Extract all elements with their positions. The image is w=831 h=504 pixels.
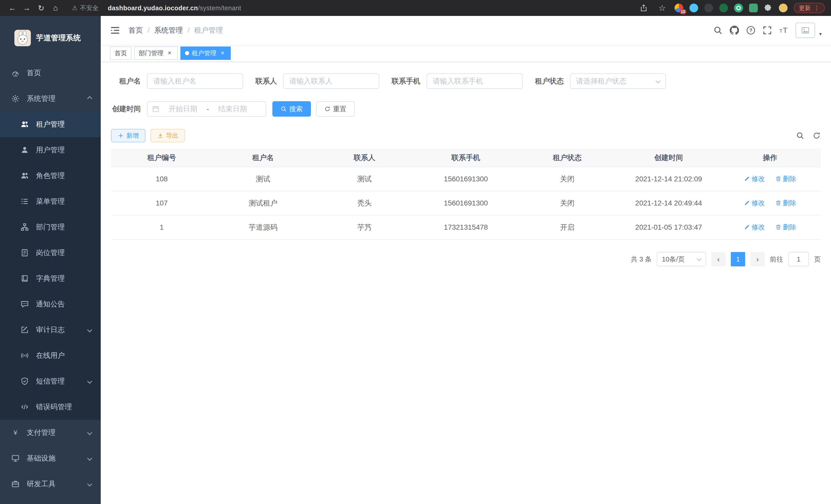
bookmark-star-button[interactable]: ☆ [656,2,668,14]
sidebar-item-dept[interactable]: 部门管理 [0,214,101,240]
font-size-icon[interactable] [779,26,789,35]
user-icon [21,146,29,154]
tenant-status-select[interactable]: 请选择租户状态 [570,73,666,89]
pencil-icon [744,176,750,182]
sidebar-item-label: 首页 [27,68,41,78]
download-icon [157,132,164,139]
close-icon[interactable]: × [166,50,173,57]
close-icon[interactable]: × [219,50,226,57]
sidebar-item-sms[interactable]: 短信管理 [0,368,101,394]
create-time-range-picker[interactable]: - [147,101,266,117]
help-icon[interactable] [746,26,755,35]
sidebar: 芋道管理系统 首页 系统管理 租户管理 用户管理 角色管理 菜单管理 [0,16,101,504]
extensions-puzzle-icon[interactable] [764,4,773,12]
sidebar-item-audit-log[interactable]: 审计日志 [0,317,101,343]
browser-update-button[interactable]: 更新 ⋮ [794,3,825,13]
sidebar-item-online-user[interactable]: 在线用户 [0,343,101,368]
extension-icon-6[interactable] [749,4,758,12]
page-size-select[interactable]: 10条/页 [657,252,706,266]
sidebar-item-user[interactable]: 用户管理 [0,137,101,163]
page-number-button[interactable]: 1 [731,252,745,266]
sidebar-item-dict[interactable]: 字典管理 [0,266,101,291]
extension-icon-5[interactable] [734,4,743,12]
header-search-icon[interactable] [713,26,722,35]
refresh-table-icon[interactable] [812,131,821,140]
reload-button[interactable]: ↻ [35,2,47,14]
sidebar-item-payment[interactable]: 支付管理 [0,420,101,445]
caret-down-icon[interactable]: ▾ [819,31,822,37]
add-button[interactable]: 新增 [111,129,145,142]
cell-phone: 15601691300 [415,167,517,191]
page-size-value: 10条/页 [662,255,685,264]
cell-created: 2021-01-05 17:03:47 [618,215,719,239]
share-button[interactable] [637,2,650,14]
edit-button[interactable]: 修改 [744,174,765,183]
end-date-input[interactable] [211,105,254,113]
export-button[interactable]: 导出 [150,129,185,142]
sidebar-item-role[interactable]: 角色管理 [0,163,101,188]
github-icon[interactable] [730,26,739,35]
search-button[interactable]: 搜索 [273,101,311,117]
column-header-id: 租户编号 [111,148,212,167]
breadcrumb-item-home[interactable]: 首页 [128,25,143,35]
back-button[interactable]: ← [6,2,19,14]
fullscreen-icon[interactable] [763,26,772,35]
edit-label: 修改 [752,223,765,232]
sidebar-item-infra[interactable]: 基础设施 [0,445,101,471]
sidebar-item-menu[interactable]: 菜单管理 [0,188,101,214]
sidebar-collapse-button[interactable] [110,25,120,35]
delete-label: 删除 [783,199,796,208]
sidebar-item-home[interactable]: 首页 [0,60,101,86]
tab-tenant[interactable]: 租户管理 × [180,47,231,60]
sidebar-item-system[interactable]: 系统管理 [0,86,101,112]
delete-button[interactable]: 删除 [775,199,796,208]
pencil-icon [744,224,750,230]
delete-button[interactable]: 删除 [775,223,796,232]
warning-icon: ⚠ [72,4,78,11]
prev-page-button[interactable]: ‹ [711,252,726,266]
address-bar[interactable]: dashboard.yudao.iocoder.cn/system/tenant [108,4,241,12]
column-header-phone: 联系手机 [415,148,517,167]
extension-icon-2[interactable] [689,4,698,12]
tab-label: 部门管理 [139,49,164,57]
app-logo-row[interactable]: 芋道管理系统 [0,16,101,60]
tenant-name-input[interactable] [147,73,243,89]
table-row: 108 测试 测试 15601691300 关闭 2021-12-14 21:0… [111,167,821,191]
profile-avatar-icon[interactable] [779,4,787,12]
cell-phone: 17321315478 [415,215,517,239]
avatar[interactable] [796,23,815,38]
forward-button[interactable]: → [21,2,33,14]
delete-button[interactable]: 删除 [775,174,796,183]
sidebar-item-error-code[interactable]: 错误码管理 [0,394,101,420]
extension-icon-3[interactable] [704,4,713,12]
pencil-icon [744,200,750,206]
tab-home[interactable]: 首页 [110,47,132,60]
chevron-left-icon: ‹ [717,255,720,264]
chevron-down-icon [697,256,702,261]
reset-button[interactable]: 重置 [316,101,354,117]
add-button-label: 新增 [126,131,139,140]
tab-label: 租户管理 [192,49,217,57]
home-button[interactable]: ⌂ [49,2,62,14]
sidebar-item-devtools[interactable]: 研发工具 [0,471,101,497]
toggle-search-icon[interactable] [796,131,804,140]
extension-icon-1[interactable]: 10 [675,4,683,12]
chevron-down-icon [87,481,92,486]
page-unit-label: 页 [814,255,821,264]
contact-input[interactable] [283,73,379,89]
start-date-input[interactable] [161,105,204,113]
sidebar-item-notice[interactable]: 通知公告 [0,291,101,317]
sidebar-item-tenant[interactable]: 租户管理 [0,112,101,137]
contact-phone-input[interactable] [427,73,523,89]
breadcrumb-item-system[interactable]: 系统管理 [154,25,183,35]
site-security-indicator[interactable]: ⚠ 不安全 [72,4,99,12]
extension-icon-4[interactable] [719,4,728,12]
cell-contact: 秃头 [314,191,415,215]
edit-button[interactable]: 修改 [744,199,765,208]
sidebar-item-post[interactable]: 岗位管理 [0,240,101,266]
next-page-button[interactable]: › [750,252,765,266]
tab-dept[interactable]: 部门管理 × [134,47,178,60]
edit-button[interactable]: 修改 [744,223,765,232]
export-button-label: 导出 [166,131,178,140]
goto-page-input[interactable] [789,252,809,266]
